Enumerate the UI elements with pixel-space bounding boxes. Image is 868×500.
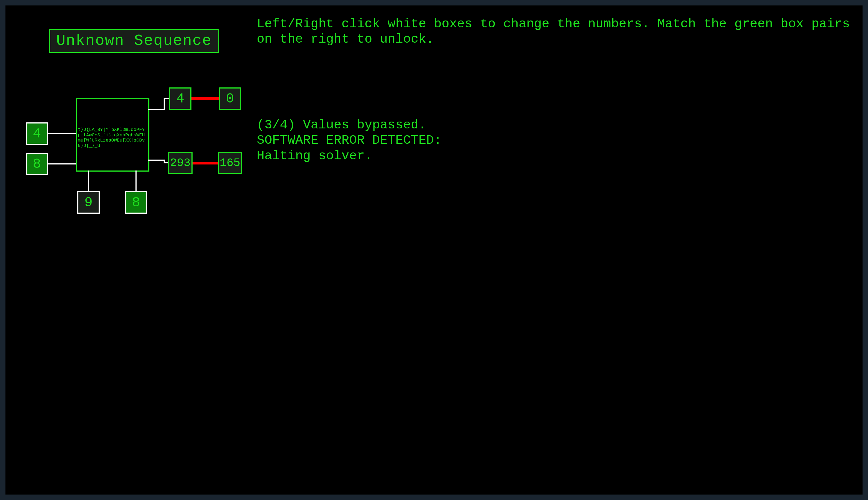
- chip-garbage-text: t}J{LA_BY|Y`pXKlDmJqoPFYpmtAwOYS_[i}kqXn…: [78, 127, 148, 148]
- input-left-bottom[interactable]: 8: [26, 153, 48, 175]
- wire-left-bottom: [48, 163, 76, 164]
- input-bottom-right-value: 8: [132, 195, 140, 211]
- output-row1-right: 0: [219, 88, 241, 110]
- output-row1-right-value: 0: [226, 91, 234, 106]
- wire-mismatch-row2: [192, 162, 219, 164]
- output-row2-left-value: 293: [170, 157, 190, 170]
- output-row2-right-value: 165: [220, 157, 240, 170]
- input-left-top-value: 4: [33, 126, 41, 141]
- input-left-top[interactable]: 4: [26, 122, 48, 145]
- input-left-bottom-value: 8: [33, 156, 41, 172]
- status-text: (3/4) Values bypassed. SOFTWARE ERROR DE…: [257, 117, 854, 164]
- wire-out-bot: [148, 160, 165, 161]
- game-stage: Unknown Sequence Left/Right click white …: [5, 5, 863, 495]
- input-bottom-right[interactable]: 8: [125, 191, 147, 214]
- puzzle-title: Unknown Sequence: [49, 29, 219, 53]
- output-row1-left-value: 4: [176, 91, 184, 106]
- output-row2-left: 293: [168, 152, 193, 174]
- instructions-text: Left/Right click white boxes to change t…: [257, 16, 854, 47]
- wire-mismatch-row1: [192, 97, 219, 100]
- wire-out-bot-h2: [164, 162, 168, 163]
- wire-bottom-right: [136, 170, 137, 191]
- output-row1-left: 4: [169, 88, 192, 110]
- wire-bottom-left: [88, 170, 89, 191]
- wire-left-top: [48, 133, 76, 134]
- wire-out-top-v: [164, 98, 165, 110]
- input-bottom-left-value: 9: [84, 195, 93, 211]
- input-bottom-left[interactable]: 9: [77, 191, 100, 214]
- output-row2-right: 165: [218, 152, 242, 174]
- wire-out-top: [148, 109, 165, 110]
